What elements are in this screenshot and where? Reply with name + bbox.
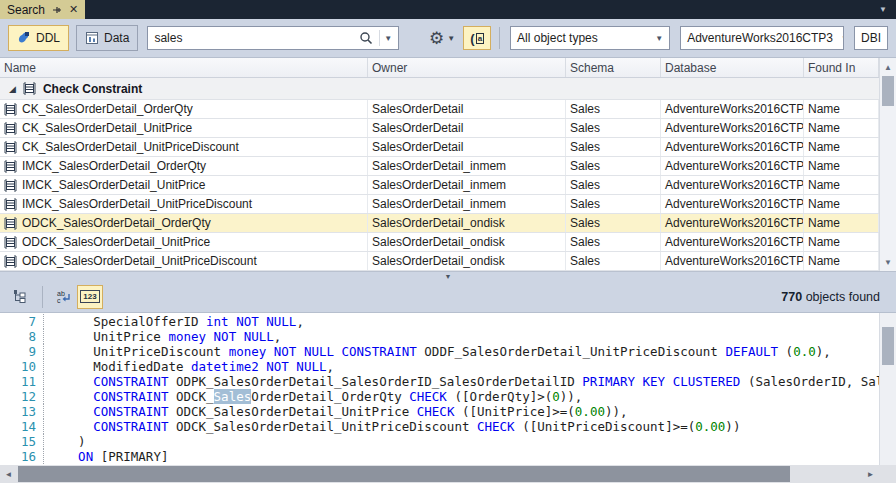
pane-splitter[interactable]: ▼ xyxy=(0,271,896,281)
ddl-toggle-button[interactable]: DDL xyxy=(8,25,69,51)
database-combobox[interactable]: AdventureWorks2016CTP3 ▼ xyxy=(680,26,844,50)
cell-found-in: Name xyxy=(804,252,879,270)
document-tab-bar: Search ✕ ▼ xyxy=(0,0,896,19)
svg-text:ab: ab xyxy=(57,290,65,297)
table-row[interactable]: ODCK_SalesOrderDetail_UnitPriceDiscount … xyxy=(0,252,879,271)
cell-found-in: Name xyxy=(804,214,879,232)
cell-owner: SalesOrderDetail_ondisk xyxy=(368,252,566,270)
table-row[interactable]: IMCK_SalesOrderDetail_OrderQty SalesOrde… xyxy=(0,157,879,176)
results-count-number: 770 xyxy=(781,290,802,304)
line-number: 11 xyxy=(0,374,44,389)
data-toggle-button[interactable]: Data xyxy=(76,25,138,51)
code-text: CONSTRAINT ODCK_SalesOrderDetail_OrderQt… xyxy=(44,389,582,404)
close-icon[interactable]: ✕ xyxy=(69,4,78,15)
scroll-right-arrow-icon[interactable]: ► xyxy=(862,465,879,483)
cell-owner: SalesOrderDetail_inmem xyxy=(368,157,566,175)
check-constraint-icon xyxy=(4,217,17,230)
table-row[interactable]: ODCK_SalesOrderDetail_UnitPrice SalesOrd… xyxy=(0,233,879,252)
svg-text:c: c xyxy=(57,297,61,304)
cell-database: AdventureWorks2016CTP3 xyxy=(661,214,804,232)
scroll-up-arrow-icon[interactable]: ▲ xyxy=(880,59,896,75)
collapse-triangle-icon[interactable]: ◢ xyxy=(9,84,16,94)
cell-owner: SalesOrderDetail xyxy=(368,100,566,118)
cell-found-in: Name xyxy=(804,138,879,156)
scrollbar-thumb[interactable] xyxy=(18,466,790,482)
table-row[interactable]: ODCK_SalesOrderDetail_OrderQty SalesOrde… xyxy=(0,214,879,233)
scroll-left-arrow-icon[interactable]: ◄ xyxy=(0,465,17,483)
object-name: IMCK_SalesOrderDetail_UnitPrice xyxy=(22,178,205,192)
column-header-name[interactable]: Name xyxy=(0,58,368,77)
code-line: 10 ModifiedDate datetime2 NOT NULL, xyxy=(0,359,879,374)
column-header-found-in[interactable]: Found In xyxy=(804,58,879,77)
gear-icon: ⚙ xyxy=(429,30,444,47)
code-horizontal-scrollbar[interactable]: ◄ ► xyxy=(0,465,879,483)
table-row[interactable]: CK_SalesOrderDetail_UnitPriceDiscount Sa… xyxy=(0,138,879,157)
script-icon: ( xyxy=(470,31,474,46)
line-number: 13 xyxy=(0,404,44,419)
results-count-label: objects found xyxy=(802,290,880,304)
cell-name: ODCK_SalesOrderDetail_OrderQty xyxy=(0,214,368,232)
group-header-check-constraint[interactable]: ◢ Check Constraint xyxy=(0,78,879,100)
object-tree-button[interactable] xyxy=(8,285,34,309)
scrollbar-thumb[interactable] xyxy=(882,327,894,365)
code-lines: 7 SpecialOfferID int NOT NULL,8 UnitPric… xyxy=(0,314,879,464)
cell-owner: SalesOrderDetail_inmem xyxy=(368,195,566,213)
table-row[interactable]: CK_SalesOrderDetail_OrderQty SalesOrderD… xyxy=(0,100,879,119)
server-combobox-truncated[interactable]: DBI xyxy=(854,26,888,50)
table-row[interactable]: CK_SalesOrderDetail_UnitPrice SalesOrder… xyxy=(0,119,879,138)
pin-icon[interactable] xyxy=(52,5,62,15)
word-wrap-button[interactable]: abc xyxy=(51,285,77,309)
scrollbar-thumb[interactable] xyxy=(882,76,894,106)
chevron-down-icon[interactable]: ▼ xyxy=(870,0,896,19)
sql-script-preview[interactable]: 7 SpecialOfferID int NOT NULL,8 UnitPric… xyxy=(0,313,879,466)
line-number: 7 xyxy=(0,314,44,329)
search-input[interactable] xyxy=(148,31,355,45)
cell-database: AdventureWorks2016CTP3 xyxy=(661,233,804,251)
ddl-label: DDL xyxy=(36,31,60,45)
column-header-database[interactable]: Database xyxy=(661,58,804,77)
code-vertical-scrollbar[interactable] xyxy=(879,313,896,465)
server-value: DBI xyxy=(861,31,881,45)
cell-name: CK_SalesOrderDetail_OrderQty xyxy=(0,100,368,118)
search-icon[interactable] xyxy=(355,31,377,45)
tab-search[interactable]: Search ✕ xyxy=(0,0,85,19)
cell-name: CK_SalesOrderDetail_UnitPrice xyxy=(0,119,368,137)
code-line: 12 CONSTRAINT ODCK_SalesOrderDetail_Orde… xyxy=(0,389,879,404)
code-line: 8 UnitPrice money NOT NULL, xyxy=(0,329,879,344)
object-types-combobox[interactable]: All object types ▼ xyxy=(510,26,670,50)
table-row[interactable]: IMCK_SalesOrderDetail_UnitPrice SalesOrd… xyxy=(0,176,879,195)
cell-database: AdventureWorks2016CTP3 xyxy=(661,252,804,270)
check-constraint-icon xyxy=(4,255,17,268)
column-header-owner[interactable]: Owner xyxy=(368,58,566,77)
line-number: 8 xyxy=(0,329,44,344)
cell-schema: Sales xyxy=(566,100,661,118)
cell-name: IMCK_SalesOrderDetail_UnitPrice xyxy=(0,176,368,194)
settings-button[interactable]: ⚙ ▼ xyxy=(429,30,455,47)
cell-owner: SalesOrderDetail xyxy=(368,138,566,156)
chevron-down-icon: ▼ xyxy=(655,34,663,43)
cell-found-in: Name xyxy=(804,119,879,137)
cell-schema: Sales xyxy=(566,138,661,156)
word-wrap-icon: abc xyxy=(56,289,73,304)
code-text: UnitPrice money NOT NULL, xyxy=(44,329,281,344)
check-constraint-icon xyxy=(23,82,36,95)
toolbar-separator xyxy=(42,286,43,308)
check-constraint-icon xyxy=(4,160,17,173)
cell-name: IMCK_SalesOrderDetail_OrderQty xyxy=(0,157,368,175)
table-row[interactable]: IMCK_SalesOrderDetail_UnitPriceDiscount … xyxy=(0,195,879,214)
group-label: Check Constraint xyxy=(43,82,142,96)
script-view-toggle-button[interactable]: (a xyxy=(463,26,491,50)
scroll-down-arrow-icon[interactable]: ▼ xyxy=(880,254,896,270)
code-line: 7 SpecialOfferID int NOT NULL, xyxy=(0,314,879,329)
code-text: ModifiedDate datetime2 NOT NULL, xyxy=(44,359,334,374)
line-numbers-button[interactable]: 123 xyxy=(77,285,103,309)
grid-vertical-scrollbar[interactable]: ▲ ▼ xyxy=(879,58,896,271)
splitter-collapse-icon[interactable]: ▼ xyxy=(445,273,452,280)
search-options-dropdown-icon[interactable]: ▼ xyxy=(379,30,398,46)
cell-owner: SalesOrderDetail_ondisk xyxy=(368,214,566,232)
code-line: 13 CONSTRAINT ODCK_SalesOrderDetail_Unit… xyxy=(0,404,879,419)
code-line: 11 CONSTRAINT ODPK_SalesOrderDetail_Sale… xyxy=(0,374,879,389)
column-header-schema[interactable]: Schema xyxy=(566,58,661,77)
cell-schema: Sales xyxy=(566,157,661,175)
check-constraint-icon xyxy=(4,179,17,192)
